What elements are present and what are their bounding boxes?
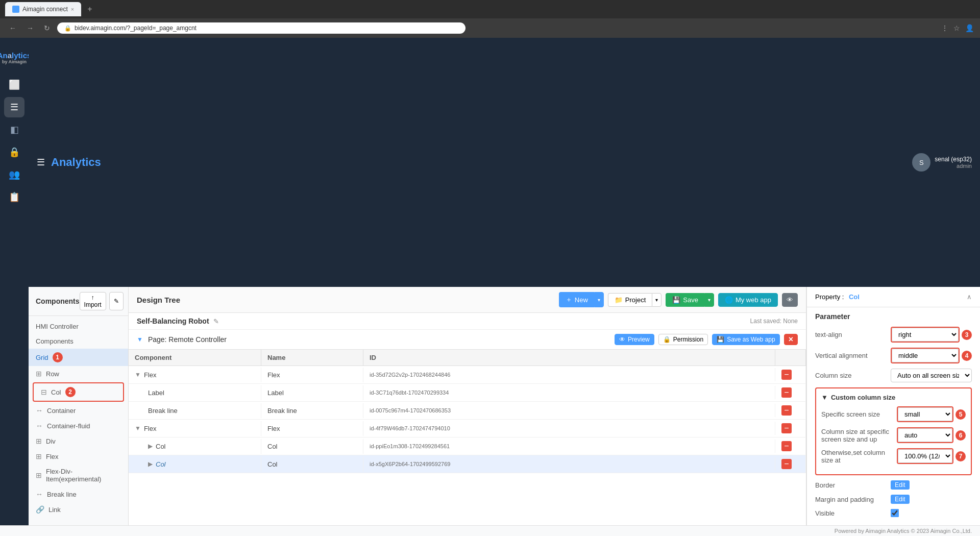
margin-edit-btn[interactable]: Edit bbox=[891, 495, 910, 504]
preview-btn[interactable]: 👁 Preview bbox=[615, 334, 654, 345]
tab-add-btn[interactable]: + bbox=[87, 5, 92, 14]
container-icon: ↔ bbox=[36, 406, 43, 415]
browser-tab-active[interactable]: Aimagin connect × bbox=[5, 2, 81, 16]
save-dropdown-btn[interactable]: ▾ bbox=[704, 293, 714, 307]
tree-cell-name: Col bbox=[261, 439, 363, 454]
otherwise-col-label: Otherwise,set column size at bbox=[821, 449, 893, 464]
page-indicator[interactable]: ▼ bbox=[137, 336, 143, 343]
delete-row-btn[interactable]: − bbox=[781, 441, 792, 451]
save-btn[interactable]: 💾 Save bbox=[666, 293, 704, 307]
user-area: S senal (esp32) admin bbox=[912, 153, 972, 172]
col-size-specific-select[interactable]: auto 1 6 12 bbox=[898, 428, 952, 442]
component-name-col2: Col bbox=[156, 460, 166, 468]
tree-cell-component: ▶ Col bbox=[129, 439, 261, 454]
sidebar-item-col[interactable]: ⊟ Col 2 bbox=[33, 382, 124, 402]
close-page-btn[interactable]: × bbox=[784, 334, 798, 345]
sidebar-item-row[interactable]: ⊞ Row bbox=[29, 366, 128, 381]
save-as-web-app-btn[interactable]: 💾 Save as Web app bbox=[712, 334, 780, 345]
logo-text: Analytics by Aimagin bbox=[0, 52, 31, 65]
back-btn[interactable]: ← bbox=[6, 23, 19, 33]
sidebar-nav-lock[interactable]: 🔒 bbox=[4, 142, 24, 162]
border-edit-btn[interactable]: Edit bbox=[891, 480, 910, 490]
tab-title: Aimagin connect bbox=[22, 6, 68, 13]
extensions-icon[interactable]: ⋮ bbox=[941, 24, 948, 32]
text-align-select[interactable]: right left center bbox=[892, 328, 959, 342]
sidebar-item-flex-div[interactable]: ⊞ Flex-Div-Item(experimental) bbox=[29, 464, 128, 486]
container-label: Container bbox=[47, 407, 76, 415]
sidebar-item-div[interactable]: ⊞ Div bbox=[29, 433, 128, 449]
property-row-border: Border Edit bbox=[815, 480, 972, 490]
tree-toggle-flex2[interactable]: ▼ bbox=[135, 425, 141, 432]
sidebar-nav-people[interactable]: 👥 bbox=[4, 164, 24, 185]
design-tree-title: Design Tree bbox=[137, 296, 180, 304]
flex-label: Flex bbox=[46, 453, 59, 460]
table-row[interactable]: Label Label id-3C71q76dbt-1702470299334 … bbox=[129, 384, 806, 402]
sidebar-item-break-line[interactable]: ↔ Break line bbox=[29, 486, 128, 502]
project-btn[interactable]: 📁 Project bbox=[608, 293, 652, 307]
property-row-vertical-align: Vertical alignment middle top bottom 4 bbox=[815, 348, 972, 363]
tree-toggle-flex1[interactable]: ▼ bbox=[135, 371, 141, 378]
sidebar-item-hmi-controller[interactable]: HMI Controller bbox=[29, 319, 128, 334]
table-row[interactable]: ▶ Col Col id-ppiEo1m308-1702499284561 − bbox=[129, 437, 806, 455]
component-name-flex2: Flex bbox=[144, 425, 157, 432]
tab-close-btn[interactable]: × bbox=[71, 6, 74, 12]
permission-btn[interactable]: 🔒 Permission bbox=[658, 334, 708, 345]
sidebar-item-link[interactable]: 🔗 Link bbox=[29, 502, 128, 517]
sidebar-item-container[interactable]: ↔ Container bbox=[29, 403, 128, 418]
profile-icon[interactable]: 👤 bbox=[965, 24, 974, 32]
delete-row-btn[interactable]: − bbox=[781, 370, 792, 380]
table-row[interactable]: ▼ Flex Flex id-35d72G2v2p-1702468244846 … bbox=[129, 366, 806, 384]
page-header: ▼ Page: Remote Controller 👁 Preview 🔒 Pe… bbox=[129, 330, 806, 350]
sidebar-item-grid[interactable]: Grid 1 bbox=[29, 349, 128, 366]
bookmark-icon[interactable]: ☆ bbox=[953, 24, 960, 32]
new-dropdown-btn[interactable]: ▾ bbox=[594, 292, 604, 307]
project-name-edit-icon[interactable]: ✎ bbox=[213, 318, 219, 325]
col-header-component: Component bbox=[129, 350, 261, 366]
column-size-select[interactable]: Auto on all screen size Custom bbox=[891, 369, 972, 382]
property-row-text-align: text-align right left center 3 bbox=[815, 327, 972, 343]
sidebar-item-components[interactable]: Components bbox=[29, 334, 128, 349]
property-panel: Property : Col ∧ Parameter text-align ri bbox=[806, 287, 980, 536]
project-name-row: Self-Balancing Robot ✎ Last saved: None bbox=[129, 313, 806, 330]
tree-toggle-col2[interactable]: ▶ bbox=[148, 460, 153, 468]
specific-screen-badge: 5 bbox=[955, 409, 966, 420]
otherwise-col-select[interactable]: 100.0% (12/12) 50.0% (6/12) auto bbox=[898, 449, 952, 463]
sidebar-nav-page[interactable]: ⬜ bbox=[4, 75, 24, 95]
address-bar[interactable]: 🔒 bidev.aimagin.com/?_pageId=_page_amgcn… bbox=[57, 22, 465, 34]
delete-row-btn[interactable]: − bbox=[781, 405, 792, 416]
new-btn[interactable]: ＋ New bbox=[559, 292, 594, 307]
delete-row-btn[interactable]: − bbox=[781, 387, 792, 398]
import-btn[interactable]: ↑ Import bbox=[80, 292, 106, 310]
vertical-align-label: Vertical alignment bbox=[815, 352, 887, 359]
table-row[interactable]: Break line Break line id-0075c967m4-1702… bbox=[129, 402, 806, 420]
col-icon: ⊟ bbox=[41, 388, 47, 396]
vertical-align-select[interactable]: middle top bottom bbox=[892, 349, 959, 362]
project-dropdown-btn[interactable]: ▾ bbox=[652, 293, 662, 307]
vertical-align-select-wrapper: middle top bottom bbox=[891, 348, 960, 363]
table-row[interactable]: ▶ Col Col id-x5gX6P2b64-1702499592769 − bbox=[129, 455, 806, 473]
tree-toggle-col1[interactable]: ▶ bbox=[148, 443, 153, 450]
my-web-app-btn[interactable]: 🌐 My web app bbox=[718, 293, 778, 307]
project-name: Self-Balancing Robot bbox=[137, 317, 209, 325]
hamburger-menu[interactable]: ☰ bbox=[37, 157, 45, 168]
delete-row-btn[interactable]: − bbox=[781, 423, 792, 433]
sidebar-nav-chart[interactable]: ◧ bbox=[4, 119, 24, 140]
view-toggle-btn[interactable]: 👁 bbox=[782, 293, 798, 307]
delete-row-btn[interactable]: − bbox=[781, 459, 792, 469]
refresh-btn[interactable]: ↻ bbox=[41, 23, 53, 33]
property-collapse-btn[interactable]: ∧ bbox=[967, 293, 972, 301]
flex-icon: ⊞ bbox=[36, 452, 42, 460]
table-row[interactable]: ▼ Flex Flex id-4f79W46db7-1702474794010 … bbox=[129, 420, 806, 437]
sidebar-nav-layers[interactable]: ☰ bbox=[4, 97, 24, 117]
sidebar-item-container-fluid[interactable]: ↔ Container-fluid bbox=[29, 418, 128, 433]
sidebar-nav-plugin[interactable]: 📋 bbox=[4, 187, 24, 207]
forward-btn[interactable]: → bbox=[23, 23, 37, 33]
user-avatar[interactable]: S bbox=[912, 153, 930, 172]
custom-column-toggle[interactable]: ▼ bbox=[821, 394, 828, 401]
specific-screen-select[interactable]: small medium large bbox=[898, 407, 952, 421]
component-name-col1: Col bbox=[156, 443, 166, 450]
sidebar-item-flex[interactable]: ⊞ Flex bbox=[29, 449, 128, 464]
visible-checkbox[interactable] bbox=[891, 509, 899, 517]
tree-cell-id: id-0075c967m4-1702470686353 bbox=[363, 404, 775, 417]
edit-component-btn[interactable]: ✎ bbox=[109, 292, 124, 310]
